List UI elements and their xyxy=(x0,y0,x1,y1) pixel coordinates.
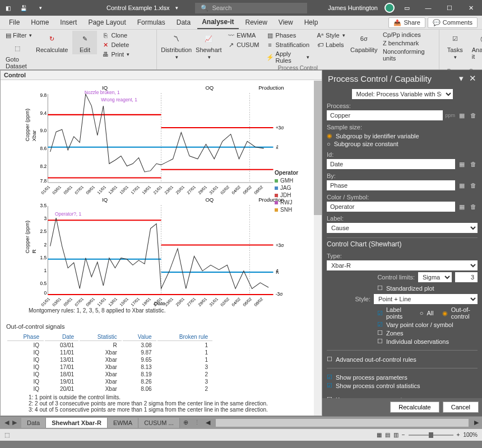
phases-button[interactable]: ▥Phases xyxy=(264,31,312,40)
cusum-button[interactable]: ↗CUSUM xyxy=(225,40,261,49)
analyseit-button[interactable]: ◯Analyse-it▾ xyxy=(470,31,482,68)
strat-button[interactable]: ≡Stratification xyxy=(264,40,312,49)
zbench-button[interactable]: Z benchmark xyxy=(381,39,435,47)
print-button[interactable]: 🖶Print▾ xyxy=(99,50,132,59)
ewma-button[interactable]: 〰EWMA xyxy=(225,31,261,40)
panel-close-icon[interactable]: ✕ xyxy=(469,73,476,83)
cl-sigma-select[interactable]: Sigma xyxy=(418,272,452,282)
vertical-scrollbar[interactable] xyxy=(314,81,322,416)
comments-button[interactable]: 💬 Comments xyxy=(428,17,478,28)
label-select[interactable]: Cause xyxy=(327,223,478,233)
zoom-value[interactable]: 100% xyxy=(463,432,478,438)
ribbon-mode-icon[interactable]: ▭ xyxy=(398,1,416,15)
panel-cancel-button[interactable]: Cancel xyxy=(443,402,479,413)
recalculate-button[interactable]: ↻Recalculate xyxy=(34,31,70,54)
view-normal-icon[interactable]: ▦ xyxy=(377,432,382,438)
ss-radio-const[interactable]: ○Subgroup size constant xyxy=(327,140,478,148)
cs-pick-icon[interactable]: ▦ xyxy=(457,202,466,211)
cs-clear-icon[interactable]: 🗑 xyxy=(469,202,478,211)
id-clear-icon[interactable]: 🗑 xyxy=(469,160,478,169)
menu-page-layout[interactable]: Page Layout xyxy=(84,16,130,29)
spp-check[interactable]: ☑Show process parameters xyxy=(327,373,478,381)
labels-button[interactable]: 🏷Labels xyxy=(314,40,347,49)
zones-check[interactable]: ☐Zones xyxy=(377,329,478,337)
ss-radio-id[interactable]: ◉Subgroup by identifier variable xyxy=(327,132,478,140)
style-select[interactable]: Point + Line xyxy=(374,294,478,304)
process-clear-icon[interactable]: 🗑 xyxy=(469,111,478,120)
menu-file[interactable]: File xyxy=(4,16,24,29)
avatar[interactable] xyxy=(384,3,395,13)
autosave-icon[interactable]: ◧ xyxy=(2,2,13,13)
menu-help[interactable]: Help xyxy=(300,16,323,29)
model-select[interactable]: Model: Process Variable with Subgroups xyxy=(352,89,453,99)
view-layout-icon[interactable]: ▤ xyxy=(385,432,390,438)
sheet-tab[interactable]: Shewhart Xbar-R xyxy=(46,418,108,428)
capability-button[interactable]: 6σCapability xyxy=(350,31,378,54)
zoom-slider[interactable] xyxy=(409,435,453,436)
filter-button[interactable]: ▤Filter▾ xyxy=(3,31,31,40)
style-button[interactable]: AᵃStyle▾ xyxy=(314,31,347,40)
cs-input[interactable] xyxy=(327,202,455,212)
close-icon[interactable]: ✕ xyxy=(462,1,480,15)
lp-ooc-radio[interactable]: ◉ xyxy=(442,310,448,317)
menu-review[interactable]: Review xyxy=(241,16,272,29)
search-box[interactable]: 🔍Search xyxy=(195,3,307,13)
distribution-button[interactable]: 〽Distribution▾ xyxy=(160,31,192,61)
delete-button[interactable]: ✕Delete xyxy=(99,40,132,49)
cusum-icon: ↗ xyxy=(227,41,235,49)
user-name[interactable]: James Huntington xyxy=(325,4,381,11)
lp-all-radio[interactable]: ○ xyxy=(420,310,424,316)
qat-dropdown-icon[interactable]: ▾ xyxy=(35,2,46,13)
sheet-tab[interactable]: EWMA xyxy=(108,418,138,428)
sheet-tab[interactable]: Data xyxy=(21,418,46,428)
tab-prev-icon[interactable]: ◀ xyxy=(4,419,9,426)
goto-dataset-button[interactable]: ⬚Goto Dataset xyxy=(3,40,31,71)
menu-home[interactable]: Home xyxy=(26,16,53,29)
type-select[interactable]: Xbar-R xyxy=(327,260,478,270)
menu-view[interactable]: View xyxy=(274,16,298,29)
clone-button[interactable]: ⎘Clone xyxy=(99,31,132,40)
process-pick-icon[interactable]: ▦ xyxy=(457,111,466,120)
cppp-button[interactable]: Cp/Pp indices xyxy=(381,31,435,39)
zoom-out-icon[interactable]: − xyxy=(402,432,405,438)
spcs-check[interactable]: ☑Show process control statistics xyxy=(327,381,478,390)
by-input[interactable] xyxy=(327,180,455,190)
lp-check[interactable]: ☑Label points ○All ◉Out-of-control xyxy=(377,306,478,320)
status-left-icon[interactable]: ⬚ xyxy=(4,432,10,438)
id-input[interactable] xyxy=(327,159,455,169)
tab-next-icon[interactable]: ▶ xyxy=(12,419,17,426)
sheet-tab[interactable]: CUSUM ... xyxy=(138,418,180,428)
by-pick-icon[interactable]: ▦ xyxy=(457,181,466,190)
shewhart-button[interactable]: 📈Shewhart▾ xyxy=(194,31,223,61)
panel-recalc-button[interactable]: Recalculate xyxy=(390,402,439,413)
panel-dropdown-icon[interactable]: ▾ xyxy=(459,73,464,83)
indiv-check[interactable]: ☐Individual observations xyxy=(377,337,478,346)
share-button[interactable]: 📤 Share xyxy=(388,17,425,28)
menu-data[interactable]: Data xyxy=(172,16,195,29)
tab-scroll-left-icon[interactable]: ◀ xyxy=(202,419,214,426)
add-sheet-icon[interactable]: ⊕ xyxy=(180,419,192,426)
maximize-icon[interactable]: ☐ xyxy=(441,1,458,15)
vary-check[interactable]: ☑Vary point color / symbol xyxy=(377,320,478,329)
zoom-in-icon[interactable]: + xyxy=(457,432,460,438)
table-row: IQ17/01Xbar8.133 xyxy=(7,364,212,370)
save-icon[interactable]: 💾 xyxy=(18,2,29,13)
menu-insert[interactable]: Insert xyxy=(55,16,81,29)
view-break-icon[interactable]: ▥ xyxy=(393,432,398,438)
std-check[interactable]: ☐Standardized plot xyxy=(377,284,478,292)
menu-analyse-it[interactable]: Analyse-it xyxy=(197,16,238,29)
rules-button[interactable]: ⚡Apply Rules▾ xyxy=(264,50,312,64)
recalc-icon: ↻ xyxy=(45,32,59,45)
process-input[interactable] xyxy=(327,110,443,120)
cl-value-input[interactable] xyxy=(455,272,478,282)
adv-check[interactable]: ☐Advanced out-of-control rules xyxy=(327,355,478,363)
by-clear-icon[interactable]: 🗑 xyxy=(469,181,478,190)
minimize-icon[interactable]: — xyxy=(419,1,437,15)
edit-button[interactable]: ✎Edit xyxy=(72,31,97,54)
nonconforming-button[interactable]: Nonconforming units xyxy=(381,48,435,62)
distribution-icon: 〽 xyxy=(170,32,183,45)
menu-formulas[interactable]: Formulas xyxy=(133,16,170,29)
tasks-button[interactable]: ☑Tasks▾ xyxy=(443,31,467,61)
id-pick-icon[interactable]: ▦ xyxy=(457,160,466,169)
tab-scroll-right-icon[interactable]: ▶ xyxy=(471,419,482,426)
